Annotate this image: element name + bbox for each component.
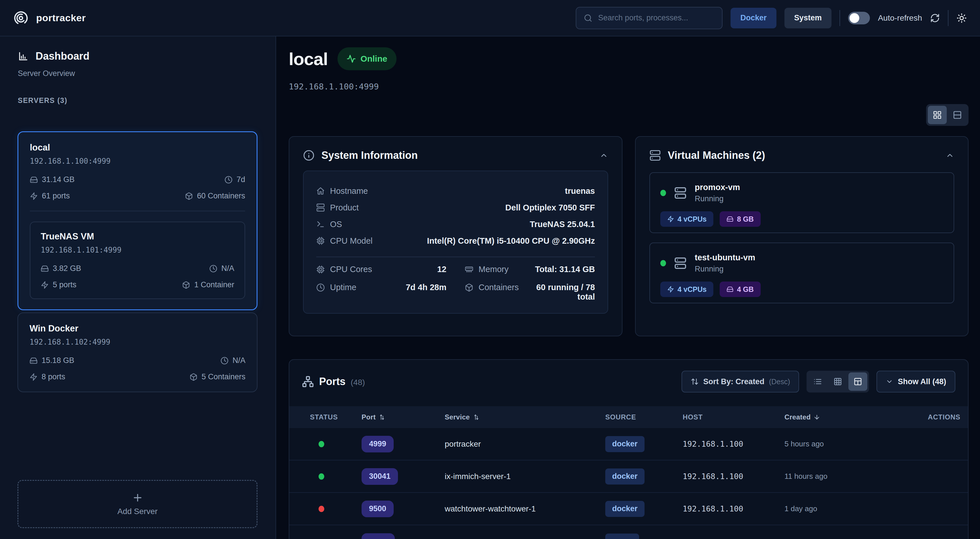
column-port[interactable]: Port: [361, 413, 445, 421]
server-memory: 31.14 GB: [30, 175, 75, 184]
collapse-button[interactable]: [946, 151, 954, 160]
search-icon: [584, 14, 592, 22]
info-value: Intel(R) Core(TM) i5-10400 CPU @ 2.90GHz: [427, 236, 595, 246]
package-icon: [182, 281, 190, 289]
system-filter-button[interactable]: System: [784, 8, 832, 29]
servers-section-label: SERVERS (3): [18, 96, 258, 105]
port-status-dot: [318, 441, 324, 447]
column-status: STATUS: [310, 413, 361, 421]
table-row[interactable]: 9500 watchtower-watchtower-1 docker 192.…: [289, 493, 968, 525]
column-host: HOST: [682, 413, 784, 421]
column-service[interactable]: Service: [445, 413, 605, 421]
zap-icon: [30, 373, 38, 381]
vm-name: test-ubuntu-vm: [695, 253, 755, 262]
memory-icon: [465, 265, 473, 274]
host-address: 192.168.1.100: [682, 504, 784, 513]
server-card-local[interactable]: local 192.168.1.100:4999 31.14 GB: [18, 131, 258, 310]
server-name: TrueNAS VM: [41, 231, 234, 242]
arrow-up-down-icon: [691, 378, 699, 386]
status-badge: Online: [337, 47, 396, 70]
sun-icon: [956, 13, 967, 23]
table-header: STATUS Port Service SOURCE HOST Created: [289, 406, 968, 428]
stat-uptime: Uptime 7d 4h 28m: [316, 283, 446, 302]
sort-by-button[interactable]: Sort By: Created (Desc): [681, 371, 799, 393]
port-status-dot: [318, 506, 324, 512]
vm-card[interactable]: test-ubuntu-vm Running 4 vCPUs: [649, 243, 954, 303]
collapse-button[interactable]: [600, 151, 608, 160]
clock-icon: [224, 176, 232, 184]
column-created[interactable]: Created: [784, 413, 928, 421]
sort-direction: (Desc): [769, 378, 790, 386]
activity-icon: [347, 54, 356, 64]
search-input[interactable]: [598, 13, 714, 22]
layout-view-toggle: [926, 104, 969, 126]
vm-status-dot: [660, 260, 666, 266]
hard-drive-icon: [727, 216, 733, 223]
hard-drive-icon: [41, 265, 49, 273]
divider: [30, 211, 245, 211]
list-view-button[interactable]: [808, 372, 827, 391]
table-icon: [854, 377, 862, 386]
port-number-pill[interactable]: 30041: [361, 468, 398, 485]
stat-memory: Memory Total: 31.14 GB: [465, 265, 595, 274]
server-icon: [316, 203, 325, 212]
terminal-icon: [316, 220, 325, 229]
vm-memory-badge: 4 GB: [720, 281, 760, 297]
server-card-truenas-vm[interactable]: TrueNAS VM 192.168.1.101:4999 3.82 GB: [30, 222, 245, 299]
top-header: portracker Docker System Auto-refresh: [0, 0, 980, 37]
table-view-button[interactable]: [848, 372, 867, 391]
ports-count: (48): [351, 378, 365, 387]
server-address: 192.168.1.100:4999: [30, 157, 245, 165]
info-row: OS TrueNAS 25.04.1: [316, 216, 595, 232]
theme-toggle-button[interactable]: [956, 13, 967, 23]
grid-icon: [834, 377, 842, 386]
port-number-pill[interactable]: 9500: [361, 501, 394, 517]
server-address: 192.168.1.100:4999: [289, 82, 396, 91]
refresh-button[interactable]: [930, 13, 940, 23]
server-ports: 5 ports: [41, 280, 76, 289]
table-row[interactable]: 30041 ix-immich-server-1 docker 192.168.…: [289, 460, 968, 493]
server-name: Win Docker: [30, 323, 245, 334]
package-icon: [189, 373, 197, 381]
search-box[interactable]: [576, 7, 722, 29]
info-row: CPU Model Intel(R) Core(TM) i5-10400 CPU…: [316, 232, 595, 249]
docker-filter-button[interactable]: Docker: [730, 8, 776, 29]
ports-card: Ports (48) Sort By: Created (Desc): [289, 359, 969, 539]
source-badge: docker: [605, 469, 644, 485]
server-uptime: N/A: [221, 356, 245, 365]
service-name: portracker: [445, 439, 605, 449]
package-icon: [465, 283, 473, 292]
auto-refresh-toggle[interactable]: [848, 12, 870, 24]
hard-drive-icon: [30, 357, 38, 365]
table-row-partial[interactable]: [289, 525, 968, 539]
vm-cpu-badge: 4 vCPUs: [660, 281, 713, 297]
service-name: watchtower-watchtower-1: [445, 504, 605, 514]
hard-drive-icon: [727, 286, 733, 293]
server-address: 192.168.1.102:4999: [30, 338, 245, 346]
grid-view-button[interactable]: [828, 372, 847, 391]
source-badge: [605, 534, 639, 539]
rows-view-button[interactable]: [948, 106, 967, 124]
system-information-card: System Information Hostname truenas: [289, 136, 622, 336]
hard-drive-icon: [30, 176, 38, 184]
server-memory: 15.18 GB: [30, 356, 74, 365]
vm-status: Running: [695, 194, 740, 203]
show-all-button[interactable]: Show All (48): [877, 371, 955, 393]
zap-icon: [30, 192, 38, 200]
port-number-pill[interactable]: 4999: [361, 436, 394, 452]
zap-icon: [667, 286, 674, 293]
table-row[interactable]: 4999 portracker docker 192.168.1.100 5 h…: [289, 428, 968, 460]
dashboard-subtitle: Server Overview: [18, 69, 258, 78]
sort-arrows-icon: [379, 414, 385, 420]
vm-card[interactable]: promox-vm Running 4 vCPUs: [649, 172, 954, 233]
server-stack-icon: [673, 256, 687, 270]
column-source: SOURCE: [605, 413, 682, 421]
server-card-win-docker[interactable]: Win Docker 192.168.1.102:4999 15.18 GB: [18, 313, 258, 392]
add-server-button[interactable]: Add Server: [18, 480, 258, 528]
port-number-pill[interactable]: [361, 533, 395, 539]
sort-arrows-icon: [473, 414, 479, 420]
plus-icon: [132, 492, 143, 504]
clock-icon: [316, 283, 325, 292]
grid-view-button[interactable]: [928, 106, 947, 124]
divider: [316, 257, 595, 257]
